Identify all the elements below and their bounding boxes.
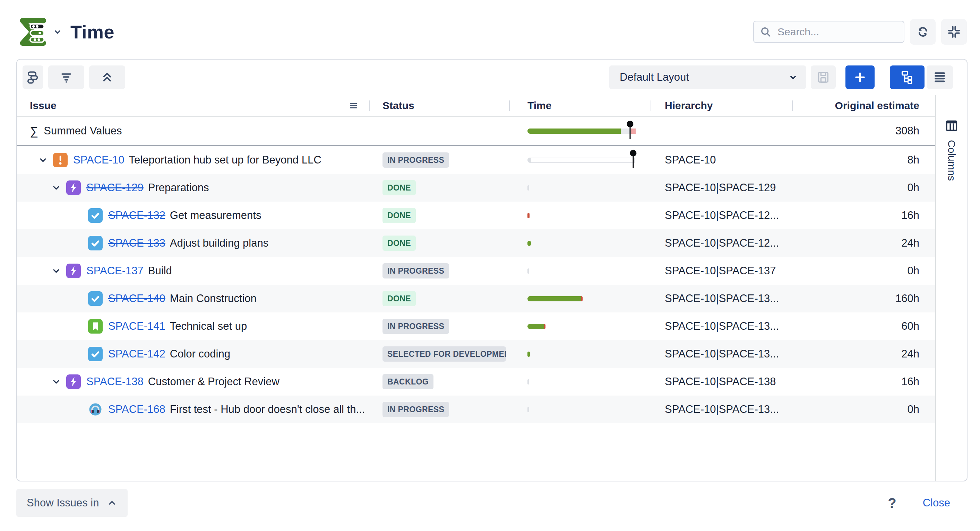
column-header-hierarchy[interactable]: Hierarchy bbox=[651, 100, 792, 111]
add-issue-button[interactable] bbox=[845, 65, 875, 89]
exit-fullscreen-button[interactable] bbox=[941, 19, 967, 45]
chevron-down-icon bbox=[788, 72, 798, 82]
row-expand-chevron[interactable] bbox=[51, 377, 66, 387]
row-expand-chevron[interactable] bbox=[51, 266, 66, 276]
column-header-status[interactable]: Status bbox=[369, 100, 509, 111]
search-input[interactable] bbox=[777, 25, 898, 38]
hierarchy-path: SPACE-10|SPACE-137 bbox=[651, 265, 792, 277]
columns-icon bbox=[945, 119, 958, 132]
time-progress-bar bbox=[527, 117, 651, 145]
original-estimate-value: 24h bbox=[792, 237, 935, 249]
close-button[interactable]: Close bbox=[921, 496, 952, 510]
original-estimate-value: 0h bbox=[792, 403, 935, 416]
issue-summary: Adjust building plans bbox=[170, 237, 269, 249]
summary-time-cell bbox=[509, 117, 651, 145]
footer-bar: Show Issues in ? Close bbox=[16, 489, 952, 517]
column-header-time[interactable]: Time bbox=[509, 100, 651, 111]
row-expand-chevron[interactable] bbox=[38, 155, 53, 165]
issue-key-link[interactable]: SPACE-140 bbox=[108, 292, 165, 305]
issue-key-link[interactable]: SPACE-133 bbox=[108, 237, 165, 249]
filter-button[interactable] bbox=[48, 65, 84, 89]
task-issue-type-icon bbox=[88, 236, 108, 250]
time-progress-bar bbox=[527, 340, 651, 368]
issue-cell: SPACE-138Customer & Project Review bbox=[17, 374, 369, 389]
layout-select[interactable]: Default Layout bbox=[609, 65, 806, 89]
chevron-down-icon[interactable] bbox=[52, 27, 63, 37]
original-estimate-value: 0h bbox=[792, 182, 935, 194]
time-bar-segment-cap bbox=[527, 407, 529, 412]
issue-key-link[interactable]: SPACE-142 bbox=[108, 348, 165, 360]
issue-row: SPACE-142Color codingSELECTED FOR DEVELO… bbox=[17, 340, 935, 368]
status-cell: BACKLOG bbox=[369, 374, 509, 389]
table-header-row: Issue Status Time Hierarchy bbox=[17, 95, 935, 117]
search-box[interactable] bbox=[753, 21, 904, 43]
columns-panel-toggle[interactable]: Columns bbox=[936, 95, 967, 481]
original-estimate-value: 16h bbox=[792, 376, 935, 388]
time-cell bbox=[509, 229, 651, 257]
time-bar-segment-green bbox=[527, 324, 544, 329]
status-lozenge: DONE bbox=[382, 208, 416, 223]
refresh-button[interactable] bbox=[910, 19, 935, 45]
column-header-issue[interactable]: Issue bbox=[17, 100, 369, 111]
original-estimate-value: 24h bbox=[792, 348, 935, 360]
hierarchy-path: SPACE-10|SPACE-129 bbox=[651, 182, 792, 194]
status-cell: DONE bbox=[369, 208, 509, 223]
time-cell bbox=[509, 285, 651, 312]
issue-cell: SPACE-129Preparations bbox=[17, 181, 369, 195]
issue-summary: Get measurements bbox=[170, 209, 261, 222]
task-issue-type-icon bbox=[88, 347, 108, 361]
issue-key-link[interactable]: SPACE-138 bbox=[86, 376, 143, 388]
table-toolbar: Default Layout bbox=[17, 60, 967, 95]
time-pin-marker bbox=[630, 149, 637, 170]
issue-cell: SPACE-141Technical set up bbox=[17, 319, 369, 334]
column-header-status-label: Status bbox=[382, 100, 414, 111]
issue-key-link[interactable]: SPACE-168 bbox=[108, 403, 165, 416]
issue-key-link[interactable]: SPACE-10 bbox=[73, 154, 124, 166]
page-title: Time bbox=[70, 21, 115, 43]
issue-key-link[interactable]: SPACE-141 bbox=[108, 320, 165, 333]
time-progress-bar bbox=[527, 174, 651, 201]
epic-issue-type-icon bbox=[66, 263, 86, 278]
time-bar-segment-red bbox=[581, 296, 582, 301]
show-issues-in-label: Show Issues in bbox=[27, 497, 99, 509]
status-lozenge: SELECTED FOR DEVELOPMENT bbox=[382, 346, 506, 361]
original-estimate-value: 8h bbox=[792, 154, 935, 166]
issue-summary: Technical set up bbox=[170, 320, 247, 333]
save-layout-button[interactable] bbox=[811, 65, 836, 89]
time-progress-bar bbox=[527, 396, 651, 423]
time-bar-segment-green bbox=[527, 296, 581, 301]
help-button[interactable]: ? bbox=[886, 495, 898, 511]
issue-row: SPACE-10Teleportation hub set up for Bey… bbox=[17, 146, 935, 174]
hierarchy-path: SPACE-10|SPACE-13... bbox=[651, 348, 792, 360]
issue-key-link[interactable]: SPACE-137 bbox=[86, 265, 143, 277]
issue-summary: Build bbox=[148, 265, 172, 277]
column-header-original-estimate[interactable]: Original estimate bbox=[792, 100, 935, 111]
time-bar-segment-green bbox=[527, 128, 621, 134]
issue-key-link[interactable]: SPACE-129 bbox=[86, 182, 143, 194]
issue-rows: SPACE-10Teleportation hub set up for Bey… bbox=[17, 146, 935, 423]
timeline-view-button[interactable] bbox=[22, 65, 43, 89]
issue-cell: SPACE-132Get measurements bbox=[17, 208, 369, 223]
row-expand-chevron[interactable] bbox=[51, 182, 66, 193]
show-issues-in-button[interactable]: Show Issues in bbox=[16, 489, 127, 517]
original-estimate-value: 16h bbox=[792, 209, 935, 222]
issue-key-link[interactable]: SPACE-132 bbox=[108, 209, 165, 222]
status-cell: DONE bbox=[369, 236, 509, 251]
issue-cell: SPACE-133Adjust building plans bbox=[17, 236, 369, 250]
tree-view-button[interactable] bbox=[890, 65, 924, 89]
time-bar-segment-cap bbox=[527, 379, 529, 385]
time-pin-marker bbox=[627, 120, 633, 140]
app-logo[interactable] bbox=[16, 17, 63, 46]
issue-column-menu-icon[interactable] bbox=[348, 100, 359, 111]
status-lozenge: DONE bbox=[382, 291, 416, 306]
status-lozenge: IN PROGRESS bbox=[382, 263, 449, 279]
time-progress-bar bbox=[527, 285, 651, 312]
issue-row: SPACE-141Technical set upIN PROGRESSSPAC… bbox=[17, 312, 935, 340]
status-lozenge: DONE bbox=[382, 180, 416, 195]
time-progress-bar bbox=[527, 201, 651, 229]
time-progress-bar bbox=[527, 146, 651, 174]
time-progress-bar bbox=[527, 229, 651, 257]
status-cell: DONE bbox=[369, 291, 509, 306]
collapse-all-button[interactable] bbox=[89, 65, 125, 89]
list-view-button[interactable] bbox=[927, 65, 953, 89]
